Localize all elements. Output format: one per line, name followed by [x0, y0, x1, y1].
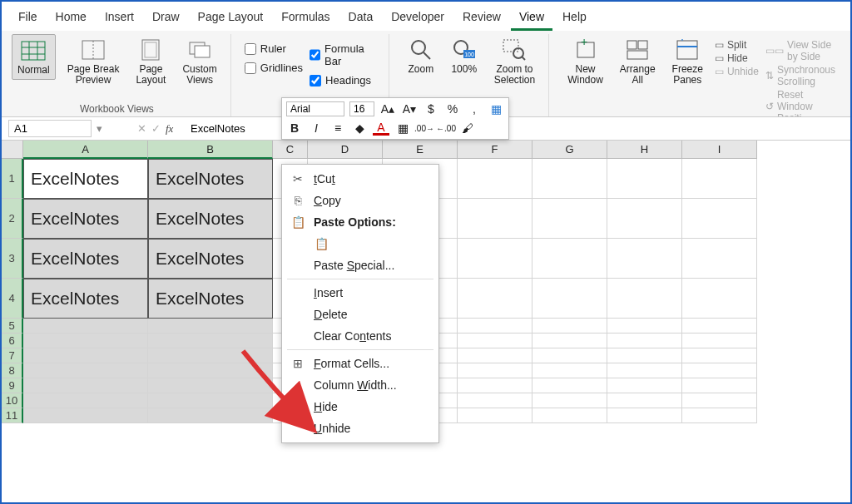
cell-H2[interactable] — [607, 199, 682, 239]
cell-B9[interactable] — [148, 378, 273, 393]
cell-I4[interactable] — [682, 279, 757, 319]
page-layout-button[interactable]: Page Layout — [131, 34, 171, 89]
column-header-C[interactable]: C — [273, 141, 308, 159]
row-header-7[interactable]: 7 — [2, 348, 23, 363]
cell-A6[interactable] — [23, 334, 148, 348]
cell-G8[interactable] — [532, 363, 607, 378]
tab-home[interactable]: Home — [47, 5, 95, 31]
cell-G7[interactable] — [532, 348, 607, 363]
tab-view[interactable]: View — [511, 5, 552, 31]
insert-function-button[interactable]: fx — [166, 122, 182, 136]
cell-I10[interactable] — [682, 393, 757, 408]
cell-I2[interactable] — [682, 199, 757, 239]
cell-F3[interactable] — [458, 239, 532, 279]
ctx-column-width[interactable]: Column Width... — [282, 374, 438, 396]
tab-help[interactable]: Help — [554, 5, 595, 31]
cell-I5[interactable] — [682, 319, 757, 334]
cell-H6[interactable] — [607, 334, 682, 348]
cell-A2[interactable]: ExcelNotes — [23, 199, 148, 239]
format-painter-icon[interactable]: 🖌 — [459, 120, 476, 136]
ctx-paste-default[interactable]: 📋 — [282, 233, 438, 254]
cell-F10[interactable] — [458, 393, 532, 408]
cell-G4[interactable] — [532, 279, 607, 319]
ruler-checkbox[interactable]: Ruler — [245, 41, 303, 57]
row-header-11[interactable]: 11 — [2, 408, 23, 423]
cell-F8[interactable] — [458, 363, 532, 378]
row-header-10[interactable]: 10 — [2, 393, 23, 408]
cell-A3[interactable]: ExcelNotes — [23, 239, 148, 279]
cell-F4[interactable] — [458, 279, 532, 319]
enter-formula-icon[interactable]: ✓ — [151, 122, 161, 135]
namebox-dropdown-icon[interactable]: ▾ — [97, 122, 102, 135]
cell-H7[interactable] — [607, 348, 682, 363]
cell-G10[interactable] — [532, 393, 607, 408]
column-header-A[interactable]: A — [23, 141, 148, 159]
cell-F7[interactable] — [458, 348, 532, 363]
row-header-1[interactable]: 1 — [2, 159, 23, 199]
font-color-icon[interactable]: A — [373, 121, 389, 136]
cell-H9[interactable] — [607, 378, 682, 393]
cell-H10[interactable] — [607, 393, 682, 408]
cell-I3[interactable] — [682, 239, 757, 279]
cell-I9[interactable] — [682, 378, 757, 393]
page-break-preview-button[interactable]: Page Break Preview — [62, 34, 125, 89]
ctx-cut[interactable]: ✂tCutCut — [282, 168, 438, 190]
unhide-window-button[interactable]: ▭Unhide — [715, 66, 759, 77]
cell-G5[interactable] — [532, 319, 607, 334]
cell-B10[interactable] — [148, 393, 273, 408]
column-header-D[interactable]: D — [308, 141, 383, 159]
cell-B6[interactable] — [148, 334, 273, 348]
cancel-formula-icon[interactable]: ✕ — [137, 122, 146, 135]
tab-file[interactable]: File — [10, 5, 46, 31]
tab-insert[interactable]: Insert — [97, 5, 142, 31]
cell-I6[interactable] — [682, 334, 757, 348]
ctx-hide[interactable]: Hide — [282, 396, 438, 418]
zoom-button[interactable]: Zoom — [403, 34, 439, 78]
decrease-decimal-icon[interactable]: ←.00 — [438, 120, 454, 136]
view-side-by-side-button[interactable]: ▭▭View Side by Side — [765, 39, 835, 62]
borders-icon[interactable]: ▦ — [394, 120, 411, 136]
decrease-font-icon[interactable]: A▾ — [401, 101, 418, 117]
cell-F2[interactable] — [458, 199, 532, 239]
cell-B8[interactable] — [148, 363, 273, 378]
cell-I8[interactable] — [682, 363, 757, 378]
tab-draw[interactable]: Draw — [144, 5, 188, 31]
cell-A5[interactable] — [23, 319, 148, 334]
tab-developer[interactable]: Developer — [383, 5, 453, 31]
mini-size-select[interactable] — [349, 101, 374, 116]
split-button[interactable]: ▭Split — [715, 39, 759, 51]
cell-I11[interactable] — [682, 408, 757, 423]
cell-B1[interactable]: ExcelNotes — [148, 159, 273, 199]
row-header-3[interactable]: 3 — [2, 239, 23, 279]
cell-F6[interactable] — [458, 334, 532, 348]
cell-H1[interactable] — [607, 159, 682, 199]
new-window-button[interactable]: + New Window — [562, 34, 608, 89]
row-header-9[interactable]: 9 — [2, 378, 23, 393]
select-all-corner[interactable] — [2, 141, 23, 159]
cell-B5[interactable] — [148, 319, 273, 334]
cell-H5[interactable] — [607, 319, 682, 334]
row-header-4[interactable]: 4 — [2, 279, 23, 319]
cell-B3[interactable]: ExcelNotes — [148, 239, 273, 279]
cell-F5[interactable] — [458, 319, 532, 334]
reset-window-position-button[interactable]: ↺Reset Window Positi — [765, 89, 835, 117]
ctx-unhide[interactable]: Unhide — [282, 418, 438, 439]
ctx-insert[interactable]: Insert — [282, 282, 438, 304]
format-table-icon[interactable]: ▦ — [488, 101, 504, 117]
row-header-8[interactable]: 8 — [2, 363, 23, 378]
zoom-to-selection-button[interactable]: Zoom to Selection — [489, 34, 540, 89]
percent-format-icon[interactable]: % — [444, 101, 461, 117]
synchronous-scrolling-button[interactable]: ⇅Synchronous Scrolling — [765, 64, 835, 87]
column-header-E[interactable]: E — [383, 141, 458, 159]
italic-icon[interactable]: I — [308, 120, 324, 136]
ctx-paste-special[interactable]: Paste Special... — [282, 254, 438, 276]
gridlines-checkbox[interactable]: Gridlines — [245, 60, 303, 76]
bold-icon[interactable]: B — [286, 120, 303, 136]
column-header-F[interactable]: F — [458, 141, 532, 159]
row-header-2[interactable]: 2 — [2, 199, 23, 239]
cell-B11[interactable] — [148, 408, 273, 423]
cell-A11[interactable] — [23, 408, 148, 423]
cell-G2[interactable] — [532, 199, 607, 239]
cell-H3[interactable] — [607, 239, 682, 279]
cell-I7[interactable] — [682, 348, 757, 363]
